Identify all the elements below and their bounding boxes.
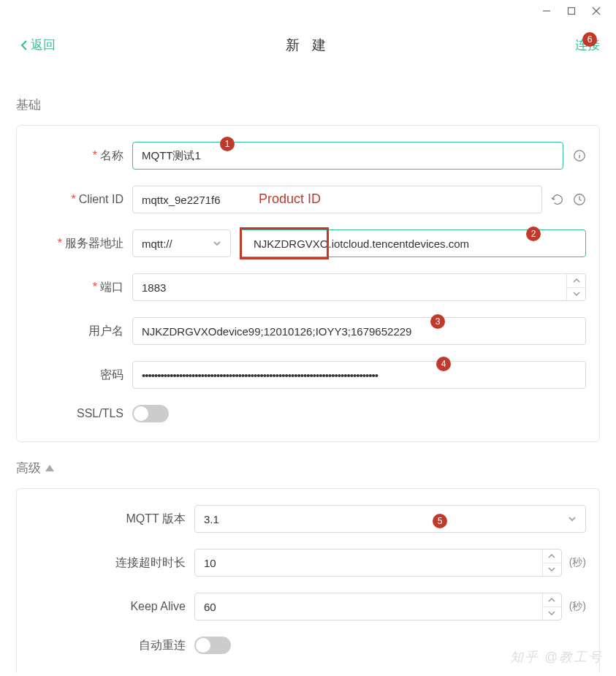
port-input[interactable] [132, 273, 586, 301]
label-ssl: SSL/TLS [30, 407, 132, 420]
section-advanced-title[interactable]: 高级 [16, 460, 600, 476]
port-up[interactable] [567, 274, 585, 288]
basic-panel: *名称 1 *Client ID *服务器地址 [16, 125, 600, 442]
window-maximize[interactable] [566, 6, 577, 16]
keepalive-input[interactable] [194, 593, 562, 620]
keepalive-up[interactable] [543, 593, 561, 607]
badge-1: 1 [220, 137, 235, 151]
label-password: 密码 [30, 368, 132, 383]
timeout-down[interactable] [543, 563, 561, 577]
badge-5: 5 [433, 514, 447, 528]
label-name: *名称 [30, 148, 132, 164]
scheme-select[interactable]: mqtt:// [132, 229, 231, 257]
page-title: 新 建 [286, 36, 330, 55]
username-input[interactable] [132, 317, 586, 345]
info-icon[interactable] [572, 148, 586, 163]
badge-3: 3 [430, 314, 445, 329]
chevron-up-icon [45, 465, 54, 471]
label-autoreconnect: 自动重连 [30, 638, 194, 653]
port-down[interactable] [567, 288, 585, 301]
badge-2: 2 [526, 227, 541, 241]
timeout-up[interactable] [543, 550, 561, 563]
password-input[interactable] [132, 361, 586, 389]
window-minimize[interactable] [541, 6, 552, 16]
back-label: 返回 [31, 37, 56, 53]
label-conntimeout: 连接超时时长 [30, 555, 194, 571]
name-input[interactable] [132, 142, 563, 170]
keepalive-down[interactable] [543, 607, 561, 620]
clock-icon[interactable] [573, 192, 586, 207]
label-server: *服务器地址 [30, 236, 132, 251]
label-keepalive: Keep Alive [30, 600, 194, 613]
refresh-icon[interactable] [551, 192, 564, 207]
label-clientid: *Client ID [30, 193, 132, 206]
svg-rect-0 [569, 8, 575, 15]
autoreconnect-toggle[interactable] [194, 637, 231, 654]
keepalive-unit: (秒) [569, 600, 586, 613]
timeout-unit: (秒) [569, 556, 586, 569]
label-port: *端口 [30, 280, 132, 295]
badge-6: 6 [582, 32, 597, 47]
label-username: 用户名 [30, 324, 132, 339]
badge-4: 4 [436, 357, 451, 371]
label-mqttversion: MQTT 版本 [30, 512, 194, 527]
ssl-toggle[interactable] [132, 405, 169, 422]
advanced-panel: MQTT 版本 3.1 5 连接超时时长 (秒) [16, 488, 600, 673]
productid-label: Product ID [259, 191, 321, 207]
clientid-input[interactable] [132, 186, 542, 213]
conntimeout-input[interactable] [194, 549, 562, 577]
mqttversion-select[interactable]: 3.1 [194, 505, 586, 533]
connect-button[interactable]: 连接 6 [575, 37, 600, 53]
window-close[interactable] [591, 6, 601, 16]
section-basic-title: 基础 [16, 96, 600, 113]
back-button[interactable]: 返回 [20, 37, 56, 53]
